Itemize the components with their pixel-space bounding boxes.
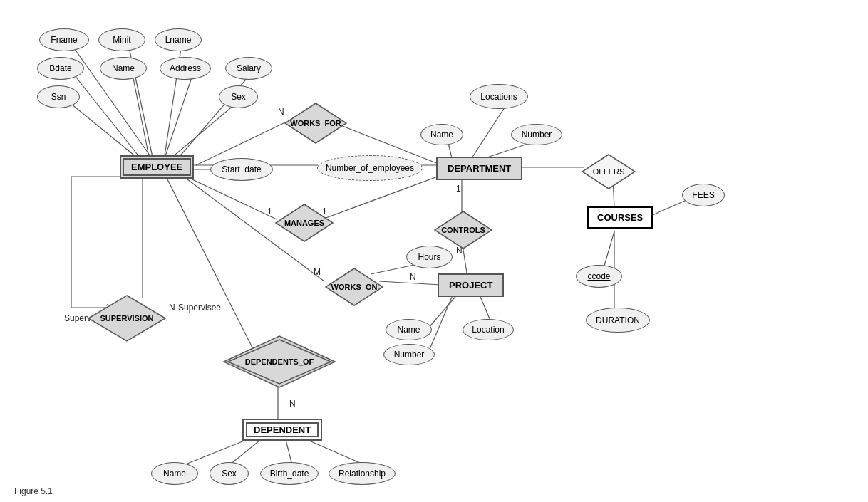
attribute-number-proj: Number bbox=[383, 344, 435, 365]
entity-project: PROJECT bbox=[438, 273, 504, 297]
svg-text:DEPENDENTS_OF: DEPENDENTS_OF bbox=[245, 357, 314, 366]
attribute-start-date: Start_date bbox=[210, 158, 273, 181]
svg-text:SUPERVISION: SUPERVISION bbox=[100, 314, 154, 323]
attribute-locations: Locations bbox=[470, 84, 528, 109]
attribute-fname: Fname bbox=[39, 28, 89, 51]
attribute-name-emp: Name bbox=[100, 57, 147, 80]
relationship-works-for: WORKS_FOR bbox=[284, 102, 348, 145]
entity-dependent: DEPENDENT bbox=[242, 419, 322, 441]
attribute-ccode: ccode bbox=[576, 265, 622, 288]
svg-line-5 bbox=[164, 71, 194, 160]
attribute-number-of-employees: Number_of_employees bbox=[317, 155, 423, 181]
svg-line-4 bbox=[132, 71, 150, 160]
entity-employee: EMPLOYEE bbox=[120, 155, 194, 179]
cardinality-1-manages-emp: 1 bbox=[267, 206, 272, 216]
attribute-relationship: Relationship bbox=[329, 462, 396, 485]
er-diagram: N 1 1 1 1 N M N 1 N 1 N Supervisor Super… bbox=[0, 0, 868, 502]
relationship-dependents-of: DEPENDENTS_OF bbox=[221, 333, 338, 390]
attribute-fees: FEES bbox=[682, 184, 725, 206]
svg-text:WORKS_FOR: WORKS_FOR bbox=[290, 119, 341, 127]
attribute-name-proj: Name bbox=[386, 319, 432, 340]
attribute-bdate: Bdate bbox=[37, 57, 84, 80]
attribute-lname: Lname bbox=[155, 28, 202, 51]
svg-text:WORKS_ON: WORKS_ON bbox=[331, 283, 378, 291]
attribute-birth-date: Birth_date bbox=[260, 462, 319, 485]
relationship-supervision: SUPERVISION bbox=[87, 294, 167, 342]
attribute-address: Address bbox=[160, 57, 211, 80]
attribute-name-dep: Name bbox=[151, 462, 198, 485]
svg-text:OFFERS: OFFERS bbox=[593, 167, 625, 176]
relationship-offers: OFFERS bbox=[581, 153, 636, 190]
svg-line-7 bbox=[68, 101, 141, 161]
figure-caption: Figure 5.1 bbox=[14, 486, 53, 496]
entity-department: DEPARTMENT bbox=[436, 157, 522, 180]
attribute-name-dept: Name bbox=[420, 124, 463, 145]
attribute-sex-dep: Sex bbox=[210, 462, 249, 485]
svg-line-17 bbox=[182, 174, 277, 219]
attribute-minit: Minit bbox=[98, 28, 145, 51]
svg-line-3 bbox=[71, 71, 143, 161]
attribute-sex-emp: Sex bbox=[219, 85, 258, 108]
attribute-salary: Salary bbox=[225, 57, 272, 80]
svg-text:MANAGES: MANAGES bbox=[284, 219, 324, 227]
attribute-ssn: Ssn bbox=[37, 85, 80, 108]
attribute-location-proj: Location bbox=[463, 319, 514, 340]
attribute-number-dept: Number bbox=[511, 124, 562, 145]
svg-text:CONTROLS: CONTROLS bbox=[441, 226, 485, 234]
entity-courses: COURSES bbox=[587, 206, 653, 229]
relationship-controls: CONTROLS bbox=[433, 210, 493, 250]
attribute-duration: DURATION bbox=[586, 308, 650, 333]
relationship-manages: MANAGES bbox=[274, 203, 334, 243]
